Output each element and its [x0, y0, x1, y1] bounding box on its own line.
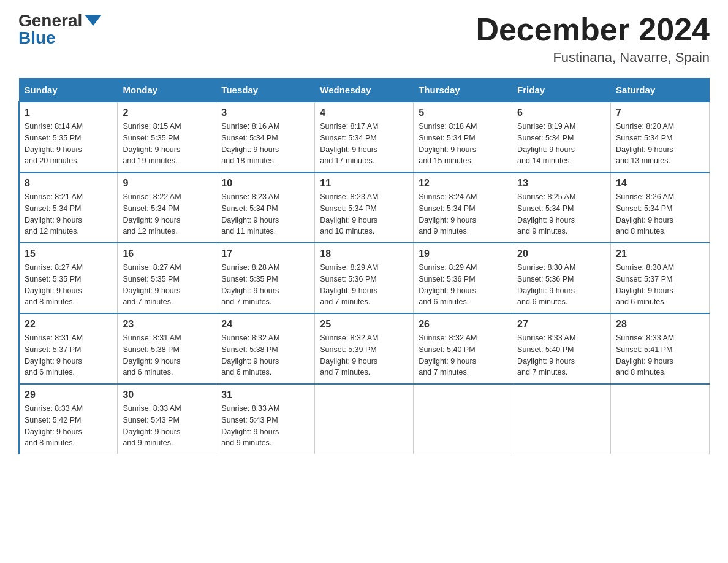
day-cell: 31Sunrise: 8:33 AMSunset: 5:43 PMDayligh… [216, 384, 315, 454]
day-number: 26 [419, 319, 507, 330]
week-row-4: 22Sunrise: 8:31 AMSunset: 5:37 PMDayligh… [19, 313, 710, 384]
calendar-table: SundayMondayTuesdayWednesdayThursdayFrid… [18, 78, 710, 454]
day-info: Sunrise: 8:23 AMSunset: 5:34 PMDaylight:… [221, 191, 309, 237]
day-cell: 24Sunrise: 8:32 AMSunset: 5:38 PMDayligh… [216, 313, 315, 384]
day-cell: 4Sunrise: 8:17 AMSunset: 5:34 PMDaylight… [315, 102, 414, 172]
day-number: 5 [419, 107, 507, 118]
day-number: 19 [419, 248, 507, 259]
day-cell: 5Sunrise: 8:18 AMSunset: 5:34 PMDaylight… [414, 102, 512, 172]
day-cell: 14Sunrise: 8:26 AMSunset: 5:34 PMDayligh… [611, 172, 710, 243]
page-header: General Blue December 2024 Fustinana, Na… [18, 12, 710, 66]
day-cell [414, 384, 512, 454]
day-number: 29 [25, 389, 112, 400]
day-cell: 1Sunrise: 8:14 AMSunset: 5:35 PMDaylight… [19, 102, 118, 172]
day-number: 24 [221, 319, 309, 330]
day-cell: 28Sunrise: 8:33 AMSunset: 5:41 PMDayligh… [611, 313, 710, 384]
day-cell: 21Sunrise: 8:30 AMSunset: 5:37 PMDayligh… [611, 243, 710, 313]
day-info: Sunrise: 8:14 AMSunset: 5:35 PMDaylight:… [25, 121, 112, 167]
day-info: Sunrise: 8:20 AMSunset: 5:34 PMDaylight:… [616, 121, 704, 167]
day-info: Sunrise: 8:18 AMSunset: 5:34 PMDaylight:… [419, 121, 507, 167]
day-info: Sunrise: 8:32 AMSunset: 5:40 PMDaylight:… [419, 332, 507, 378]
day-cell: 25Sunrise: 8:32 AMSunset: 5:39 PMDayligh… [315, 313, 414, 384]
day-cell: 6Sunrise: 8:19 AMSunset: 5:34 PMDaylight… [512, 102, 611, 172]
day-info: Sunrise: 8:23 AMSunset: 5:34 PMDaylight:… [320, 191, 408, 237]
day-cell: 11Sunrise: 8:23 AMSunset: 5:34 PMDayligh… [315, 172, 414, 243]
calendar-header-row: SundayMondayTuesdayWednesdayThursdayFrid… [19, 79, 710, 102]
day-info: Sunrise: 8:33 AMSunset: 5:43 PMDaylight:… [221, 403, 309, 449]
day-info: Sunrise: 8:15 AMSunset: 5:35 PMDaylight:… [123, 121, 211, 167]
header-thursday: Thursday [414, 79, 512, 102]
day-number: 21 [616, 248, 704, 259]
day-cell: 10Sunrise: 8:23 AMSunset: 5:34 PMDayligh… [216, 172, 315, 243]
day-cell: 20Sunrise: 8:30 AMSunset: 5:36 PMDayligh… [512, 243, 611, 313]
day-info: Sunrise: 8:27 AMSunset: 5:35 PMDaylight:… [25, 262, 112, 308]
day-cell: 16Sunrise: 8:27 AMSunset: 5:35 PMDayligh… [118, 243, 216, 313]
day-cell: 8Sunrise: 8:21 AMSunset: 5:34 PMDaylight… [19, 172, 118, 243]
day-cell: 18Sunrise: 8:29 AMSunset: 5:36 PMDayligh… [315, 243, 414, 313]
day-info: Sunrise: 8:33 AMSunset: 5:42 PMDaylight:… [25, 403, 112, 449]
day-info: Sunrise: 8:25 AMSunset: 5:34 PMDaylight:… [517, 191, 605, 237]
month-title: December 2024 [476, 12, 710, 47]
header-saturday: Saturday [611, 79, 710, 102]
day-cell: 7Sunrise: 8:20 AMSunset: 5:34 PMDaylight… [611, 102, 710, 172]
day-cell: 27Sunrise: 8:33 AMSunset: 5:40 PMDayligh… [512, 313, 611, 384]
week-row-3: 15Sunrise: 8:27 AMSunset: 5:35 PMDayligh… [19, 243, 710, 313]
day-info: Sunrise: 8:22 AMSunset: 5:34 PMDaylight:… [123, 191, 211, 237]
day-info: Sunrise: 8:19 AMSunset: 5:34 PMDaylight:… [517, 121, 605, 167]
day-cell: 29Sunrise: 8:33 AMSunset: 5:42 PMDayligh… [19, 384, 118, 454]
day-number: 18 [320, 248, 408, 259]
day-number: 17 [221, 248, 309, 259]
day-number: 8 [25, 178, 112, 189]
day-number: 31 [221, 389, 309, 400]
day-info: Sunrise: 8:21 AMSunset: 5:34 PMDaylight:… [25, 191, 112, 237]
day-cell: 22Sunrise: 8:31 AMSunset: 5:37 PMDayligh… [19, 313, 118, 384]
logo-blue-text: Blue [18, 29, 56, 47]
day-number: 28 [616, 319, 704, 330]
day-number: 20 [517, 248, 605, 259]
day-cell: 12Sunrise: 8:24 AMSunset: 5:34 PMDayligh… [414, 172, 512, 243]
day-info: Sunrise: 8:26 AMSunset: 5:34 PMDaylight:… [616, 191, 704, 237]
logo: General Blue [18, 12, 102, 47]
day-cell [315, 384, 414, 454]
day-cell: 17Sunrise: 8:28 AMSunset: 5:35 PMDayligh… [216, 243, 315, 313]
header-monday: Monday [118, 79, 216, 102]
week-row-5: 29Sunrise: 8:33 AMSunset: 5:42 PMDayligh… [19, 384, 710, 454]
day-number: 7 [616, 107, 704, 118]
day-number: 11 [320, 178, 408, 189]
day-number: 14 [616, 178, 704, 189]
day-cell: 19Sunrise: 8:29 AMSunset: 5:36 PMDayligh… [414, 243, 512, 313]
day-number: 25 [320, 319, 408, 330]
day-info: Sunrise: 8:33 AMSunset: 5:43 PMDaylight:… [123, 403, 211, 449]
week-row-2: 8Sunrise: 8:21 AMSunset: 5:34 PMDaylight… [19, 172, 710, 243]
day-info: Sunrise: 8:16 AMSunset: 5:34 PMDaylight:… [221, 121, 309, 167]
day-info: Sunrise: 8:31 AMSunset: 5:38 PMDaylight:… [123, 332, 211, 378]
day-number: 12 [419, 178, 507, 189]
day-info: Sunrise: 8:33 AMSunset: 5:40 PMDaylight:… [517, 332, 605, 378]
day-info: Sunrise: 8:29 AMSunset: 5:36 PMDaylight:… [320, 262, 408, 308]
day-info: Sunrise: 8:29 AMSunset: 5:36 PMDaylight:… [419, 262, 507, 308]
day-cell: 13Sunrise: 8:25 AMSunset: 5:34 PMDayligh… [512, 172, 611, 243]
day-number: 30 [123, 389, 211, 400]
logo-general-text: General [18, 12, 82, 29]
day-cell: 15Sunrise: 8:27 AMSunset: 5:35 PMDayligh… [19, 243, 118, 313]
header-tuesday: Tuesday [216, 79, 315, 102]
day-number: 9 [123, 178, 211, 189]
day-info: Sunrise: 8:24 AMSunset: 5:34 PMDaylight:… [419, 191, 507, 237]
header-friday: Friday [512, 79, 611, 102]
day-number: 4 [320, 107, 408, 118]
day-info: Sunrise: 8:33 AMSunset: 5:41 PMDaylight:… [616, 332, 704, 378]
header-sunday: Sunday [19, 79, 118, 102]
day-info: Sunrise: 8:28 AMSunset: 5:35 PMDaylight:… [221, 262, 309, 308]
day-number: 2 [123, 107, 211, 118]
day-cell: 30Sunrise: 8:33 AMSunset: 5:43 PMDayligh… [118, 384, 216, 454]
day-info: Sunrise: 8:30 AMSunset: 5:37 PMDaylight:… [616, 262, 704, 308]
day-number: 15 [25, 248, 112, 259]
logo-triangle-icon [85, 15, 102, 26]
day-cell: 26Sunrise: 8:32 AMSunset: 5:40 PMDayligh… [414, 313, 512, 384]
day-number: 3 [221, 107, 309, 118]
day-cell: 2Sunrise: 8:15 AMSunset: 5:35 PMDaylight… [118, 102, 216, 172]
day-cell [611, 384, 710, 454]
day-cell: 9Sunrise: 8:22 AMSunset: 5:34 PMDaylight… [118, 172, 216, 243]
day-info: Sunrise: 8:32 AMSunset: 5:39 PMDaylight:… [320, 332, 408, 378]
day-info: Sunrise: 8:30 AMSunset: 5:36 PMDaylight:… [517, 262, 605, 308]
